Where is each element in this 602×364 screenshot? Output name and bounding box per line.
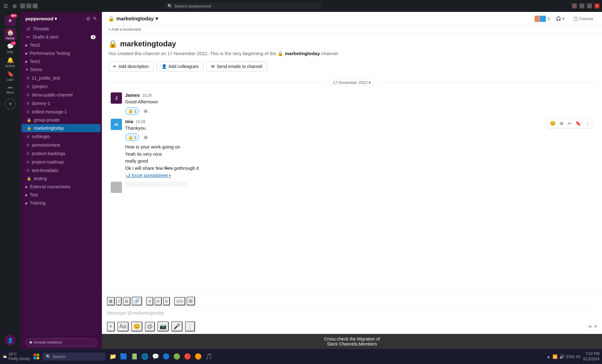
- sidebar-item-test-broadabc[interactable]: # test-broadabc: [22, 166, 101, 174]
- ordered-list-button[interactable]: ≡: [146, 297, 153, 305]
- later-nav[interactable]: 🔖 Later: [4, 70, 17, 82]
- date-divider-label[interactable]: 17 November 2022 ▾: [329, 79, 375, 86]
- emoji-reaction-action[interactable]: 😊: [549, 120, 557, 127]
- indent-button[interactable]: ≡: [163, 297, 170, 305]
- dms-nav[interactable]: 23 💬 DMs: [4, 42, 17, 55]
- text-format-button[interactable]: Aa: [117, 322, 129, 331]
- sidebar-item-edited[interactable]: # edited-message-1: [22, 107, 101, 116]
- filter-icon[interactable]: ⊘: [86, 16, 90, 22]
- taskbar-icon-chrome2[interactable]: 🟢: [172, 351, 182, 361]
- mention-button[interactable]: @: [145, 322, 155, 331]
- sidebar-item-drafts[interactable]: ✏ Drafts & sent 1: [22, 33, 101, 41]
- taskbar-icon-excel[interactable]: 📗: [129, 351, 139, 361]
- more-composer-button[interactable]: ⋮: [185, 321, 195, 331]
- camera-button[interactable]: 📷: [157, 321, 169, 331]
- add-colleagues-button[interactable]: 👤 Add colleagues: [157, 61, 203, 71]
- chevron-up-icon[interactable]: ▲: [547, 354, 551, 359]
- unread-mentions-button[interactable]: Unread mentions: [25, 338, 97, 346]
- sidebar-item-permissiontest[interactable]: # permissiontest: [22, 141, 101, 149]
- unordered-list-button[interactable]: ≡: [155, 297, 162, 305]
- taskbar-icon-chrome[interactable]: 🔵: [161, 351, 171, 361]
- emoji-button[interactable]: 😊: [131, 321, 142, 331]
- mia-add-reaction-button[interactable]: ⊕: [141, 133, 150, 141]
- sidebar-item-product-backlogs[interactable]: # product-backlogs: [22, 149, 101, 158]
- send-button[interactable]: ➤ ▾: [588, 323, 597, 330]
- workspace-avatar[interactable]: P 99+: [4, 14, 17, 27]
- sidebar-group-performance-testing[interactable]: ▶ Performance Testing: [20, 49, 102, 57]
- network-icon[interactable]: 📶: [552, 354, 557, 359]
- app-menu-icon[interactable]: ☰: [3, 3, 9, 9]
- strikethrough-button[interactable]: S: [123, 297, 130, 305]
- add-reaction-action[interactable]: ⊕: [558, 120, 565, 127]
- minimize-button[interactable]: ─: [579, 3, 584, 8]
- taskbar-icon-chrome3[interactable]: 🔴: [182, 351, 193, 361]
- taskbar-icon-music[interactable]: 🎵: [204, 351, 214, 361]
- search-bar[interactable]: 🔍 Search pepperwood: [164, 3, 321, 10]
- james-author[interactable]: James: [125, 92, 140, 98]
- sidebar-item-nothingto[interactable]: # nothingto: [22, 132, 101, 141]
- taskbar-icon-edge[interactable]: 🌐: [140, 351, 150, 361]
- back-button[interactable]: ←: [20, 3, 25, 8]
- sidebar-item-dummy1[interactable]: # dummy-1: [22, 99, 101, 107]
- start-button[interactable]: [31, 351, 41, 361]
- compose-icon[interactable]: ✎: [93, 16, 97, 22]
- more-nav[interactable]: ••• More: [4, 83, 17, 96]
- table-button[interactable]: ⊞: [187, 297, 195, 305]
- maximize-button[interactable]: □: [587, 3, 592, 8]
- attachment-dropdown[interactable]: ▾: [169, 174, 171, 178]
- reply-action[interactable]: ↩: [566, 120, 573, 127]
- sidebar-item-marketingtoday[interactable]: 🔒 marketingtoday: [22, 124, 101, 132]
- sidebar-item-project-roadmap[interactable]: # project-roadmap: [22, 158, 101, 166]
- taskbar-icon-file-explorer[interactable]: 📁: [108, 351, 118, 361]
- sidebar-group-test2[interactable]: ▶ Test2: [20, 41, 102, 49]
- volume-icon[interactable]: 🔊: [559, 354, 564, 359]
- canvas-button[interactable]: 📋 Canvas: [571, 15, 596, 22]
- messages-area[interactable]: 🔒 marketingtoday You created this channe…: [102, 33, 602, 293]
- bold-button[interactable]: B: [107, 297, 115, 305]
- add-reaction-button[interactable]: ⊕: [141, 107, 150, 115]
- attach-button[interactable]: +: [107, 322, 115, 331]
- add-workspace-button[interactable]: +: [5, 98, 16, 110]
- sidebar-group-training[interactable]: ▶ Training: [20, 199, 102, 207]
- sidebar-item-1project[interactable]: # 1project: [22, 82, 101, 91]
- sidebar-item-testing[interactable]: 🔒 testing: [22, 174, 101, 183]
- clock-widget[interactable]: 7:02 PM 3/13/2024: [583, 351, 599, 362]
- taskbar-icon-teams[interactable]: 🟦: [119, 351, 129, 361]
- lang-indicator[interactable]: ENG IN: [566, 354, 580, 359]
- taskbar-icon-chrome4[interactable]: 🟠: [193, 351, 203, 361]
- taskbar-icon-slack[interactable]: 💬: [150, 351, 161, 361]
- more-actions[interactable]: ⋮: [584, 120, 591, 127]
- italic-button[interactable]: I: [116, 297, 122, 305]
- home-nav[interactable]: 🏠 Home: [4, 28, 17, 41]
- workspace-name[interactable]: pepperwood ▾: [25, 16, 57, 22]
- sidebar-group-demo[interactable]: ▼ Demo: [20, 65, 102, 74]
- taskbar-search[interactable]: 🔍 Search: [43, 353, 105, 361]
- excel-attachment[interactable]: 📊 Excel spreadsheet ▾: [125, 173, 593, 178]
- mia-author[interactable]: mia: [125, 119, 133, 124]
- sidebar-group-test-parent[interactable]: ▶ Test: [20, 191, 102, 199]
- code-button[interactable]: </>: [174, 297, 185, 305]
- members-avatars[interactable]: 3: [534, 15, 550, 22]
- profile-avatar[interactable]: 👤: [4, 334, 17, 346]
- send-emails-button[interactable]: ✉ Send emails to channel: [206, 61, 267, 71]
- sidebar-item-11public[interactable]: # 11_public_test: [22, 74, 101, 82]
- history-button[interactable]: ⊙: [33, 3, 38, 8]
- bookmark-action[interactable]: 🔖: [574, 120, 583, 127]
- close-button[interactable]: ✕: [594, 3, 599, 8]
- sidebar-group-test1[interactable]: ▶ Test1: [20, 57, 102, 65]
- help-button[interactable]: ❓: [572, 3, 577, 8]
- james-thumbsup-reaction[interactable]: 👍 1: [125, 107, 139, 115]
- sidebar-item-group-private[interactable]: 🔒 group-private: [22, 116, 101, 124]
- add-bookmark-button[interactable]: + Add a bookmark: [108, 27, 141, 32]
- message-input[interactable]: Message @marketingtoday: [107, 308, 597, 320]
- headphone-button[interactable]: 🎧 ▾: [553, 15, 567, 22]
- sidebar-group-external[interactable]: ▶ External connections: [20, 183, 102, 191]
- sidebar-item-demo-public[interactable]: # demo-public-channel: [22, 91, 101, 99]
- sidebar-toggle-icon[interactable]: ⊞: [11, 3, 18, 9]
- sidebar-item-threads[interactable]: ⊙ Threads: [22, 25, 101, 33]
- activity-nav[interactable]: 🔔 Activity: [4, 56, 17, 68]
- add-description-button[interactable]: ✏ Add description: [108, 61, 154, 71]
- channel-title[interactable]: 🔒 marketingtoday ▾: [108, 16, 158, 22]
- forward-button[interactable]: →: [26, 3, 31, 8]
- mia-thumbsup-reaction[interactable]: 👍 1: [125, 133, 139, 141]
